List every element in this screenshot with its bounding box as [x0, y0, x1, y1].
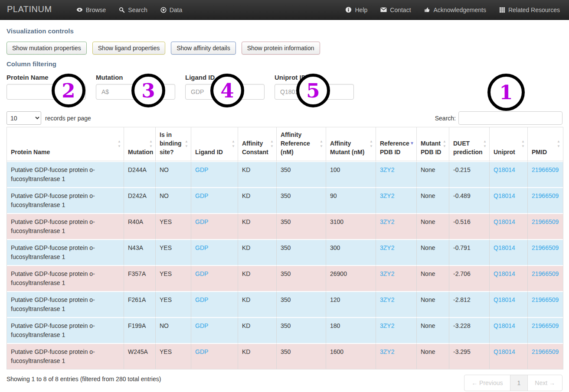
nav-browse[interactable]: Browse [70, 0, 113, 19]
uniprot-id-filter-label: Uniprot ID [275, 74, 354, 81]
uniprot-link[interactable]: Q18014 [494, 166, 515, 173]
column-header[interactable]: PMID [528, 127, 563, 161]
pmid-link[interactable]: 21966509 [532, 296, 559, 303]
mutation-cell: W245A [124, 343, 156, 369]
show-protein-information-button[interactable]: Show protein information [242, 42, 320, 55]
uniprot-link[interactable]: Q18014 [494, 218, 515, 225]
uniprot-link[interactable]: Q18014 [494, 270, 515, 277]
nav-contact[interactable]: Contact [374, 0, 417, 19]
column-header[interactable]: Uniprot [490, 127, 528, 161]
reference-pdb-link[interactable]: 3ZY2 [380, 296, 394, 303]
pmid-link[interactable]: 21966509 [532, 192, 559, 199]
reference-pdb-link[interactable]: 3ZY2 [380, 166, 394, 173]
uniprot-link[interactable]: Q18014 [494, 322, 515, 329]
reference-pdb-link[interactable]: 3ZY2 [380, 192, 394, 199]
grid-icon [499, 7, 505, 13]
affinity-constant-cell: KD [238, 187, 277, 213]
nav-help[interactable]: Help [339, 0, 374, 19]
mutation-filter-label: Mutation [96, 74, 175, 81]
ligand-id-filter-input[interactable] [185, 84, 265, 100]
nav-acknowledgements[interactable]: Acknowledgements [418, 0, 493, 19]
column-header[interactable]: Ligand ID [191, 127, 238, 161]
mutant-pdb-cell: None [417, 187, 449, 213]
uniprot-id-filter-input[interactable] [275, 84, 354, 100]
records-per-page-select[interactable]: 10 [7, 111, 41, 125]
duet-prediction-cell: -0.516 [449, 213, 490, 239]
binding-site-cell: YES [156, 291, 191, 317]
mutation-cell: F199A [124, 317, 156, 343]
duet-prediction-cell: -2.706 [449, 265, 490, 291]
uniprot-link[interactable]: Q18014 [494, 348, 515, 355]
column-header[interactable]: Mutation [124, 127, 156, 161]
affinity-mutant-cell: 180 [326, 317, 376, 343]
uniprot-link[interactable]: Q18014 [494, 192, 515, 199]
ligand-link[interactable]: GDP [195, 192, 208, 199]
ligand-link[interactable]: GDP [195, 270, 208, 277]
protein-name-cell: Putative GDP-fucose protein o-fucosyltra… [7, 213, 124, 239]
affinity-constant-cell: KD [238, 291, 277, 317]
reference-pdb-link[interactable]: 3ZY2 [380, 270, 394, 277]
affinity-reference-cell: 350 [277, 291, 326, 317]
column-header[interactable]: Reference PDB ID [376, 127, 417, 161]
column-header[interactable]: DUET prediction [449, 127, 490, 161]
protein-name-cell: Putative GDP-fucose protein o-fucosyltra… [7, 317, 124, 343]
eye-icon [76, 6, 83, 13]
affinity-reference-cell: 350 [277, 187, 326, 213]
pmid-link[interactable]: 21966509 [532, 244, 559, 251]
ligand-link[interactable]: GDP [195, 296, 208, 303]
binding-site-cell: YES [156, 239, 191, 265]
table-row: Putative GDP-fucose protein o-fucosyltra… [7, 187, 563, 213]
pmid-link[interactable]: 21966509 [532, 218, 559, 225]
protein-name-filter-input[interactable] [7, 84, 86, 100]
next-page-button[interactable]: Next → [528, 375, 562, 391]
affinity-mutant-cell: 3100 [326, 213, 376, 239]
protein-name-cell: Putative GDP-fucose protein o-fucosyltra… [7, 291, 124, 317]
search-icon [119, 7, 125, 13]
mutation-cell: R40A [124, 213, 156, 239]
show-mutation-properties-button[interactable]: Show mutation properties [7, 42, 87, 55]
reference-pdb-link[interactable]: 3ZY2 [380, 348, 394, 355]
pmid-link[interactable]: 21966509 [532, 166, 559, 173]
column-header[interactable]: Affinity Constant [238, 127, 277, 161]
show-affinity-details-button[interactable]: Show affinity details [171, 42, 235, 55]
records-per-page-label: records per page [45, 115, 91, 122]
uniprot-link[interactable]: Q18014 [494, 296, 515, 303]
duet-prediction-cell: -0.215 [449, 161, 490, 187]
download-circle-icon [160, 7, 167, 13]
current-page-button[interactable]: 1 [510, 375, 528, 391]
column-header[interactable]: Affinity Mutant (nM) [326, 127, 376, 161]
binding-site-cell: YES [156, 265, 191, 291]
mutation-filter-input[interactable] [96, 84, 175, 100]
ligand-link[interactable]: GDP [195, 348, 208, 355]
ligand-link[interactable]: GDP [195, 244, 208, 251]
nav-related-resources[interactable]: Related Resources [493, 0, 566, 19]
table-row: Putative GDP-fucose protein o-fucosyltra… [7, 291, 563, 317]
uniprot-link[interactable]: Q18014 [494, 244, 515, 251]
show-ligand-properties-button[interactable]: Show ligand properties [92, 42, 165, 55]
duet-prediction-cell: -0.489 [449, 187, 490, 213]
brand-logo[interactable]: PLATINUM [0, 0, 59, 19]
column-header[interactable]: Mutant PDB ID [417, 127, 449, 161]
previous-page-button[interactable]: ← Previous [464, 375, 510, 391]
affinity-constant-cell: KD [238, 213, 277, 239]
affinity-mutant-cell: 90 [326, 187, 376, 213]
table-row: Putative GDP-fucose protein o-fucosyltra… [7, 265, 563, 291]
affinity-mutant-cell: 100 [326, 161, 376, 187]
nav-search[interactable]: Search [112, 0, 154, 19]
pmid-link[interactable]: 21966509 [532, 322, 559, 329]
ligand-link[interactable]: GDP [195, 166, 208, 173]
column-header[interactable]: Affinity Reference (nM) [277, 127, 326, 161]
table-search-input[interactable] [458, 111, 562, 125]
nav-data[interactable]: Data [154, 0, 189, 19]
ligand-link[interactable]: GDP [195, 322, 208, 329]
reference-pdb-link[interactable]: 3ZY2 [380, 218, 394, 225]
column-header[interactable]: Protein Name [7, 127, 124, 161]
pmid-link[interactable]: 21966509 [532, 348, 559, 355]
reference-pdb-link[interactable]: 3ZY2 [380, 244, 394, 251]
pmid-link[interactable]: 21966509 [532, 270, 559, 277]
table-row: Putative GDP-fucose protein o-fucosyltra… [7, 213, 563, 239]
column-header[interactable]: Is in binding site? [156, 127, 191, 161]
reference-pdb-link[interactable]: 3ZY2 [380, 322, 394, 329]
ligand-link[interactable]: GDP [195, 218, 208, 225]
mutant-pdb-cell: None [417, 343, 449, 369]
